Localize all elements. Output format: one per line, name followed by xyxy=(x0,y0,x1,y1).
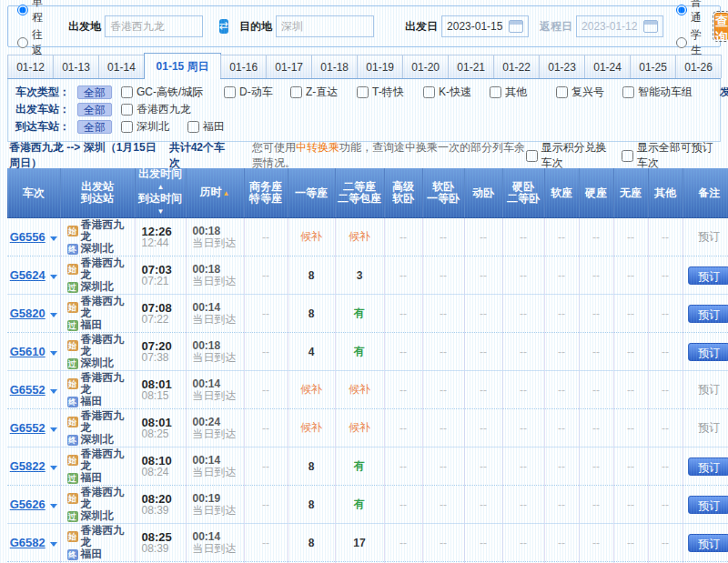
date-tab[interactable]: 01-12 xyxy=(7,55,54,78)
date-tab[interactable]: 01-21 xyxy=(448,55,494,78)
student-passenger-radio-input[interactable] xyxy=(676,37,687,48)
filter-option-train_type[interactable]: D-动车 xyxy=(224,85,280,100)
filter-option-train_type[interactable]: 其他 xyxy=(490,85,546,100)
train-number-link[interactable]: G5822 xyxy=(10,459,46,473)
train-type-all-button[interactable]: 全部 xyxy=(77,85,112,99)
other-seat-cell: -- xyxy=(648,524,682,562)
train-number-link[interactable]: G6556 xyxy=(10,230,46,244)
filter-option-arrive_station[interactable]: 福田 xyxy=(187,119,244,135)
expand-caret-icon[interactable] xyxy=(50,351,57,356)
sort-arrow-icon[interactable]: ▲ xyxy=(223,189,230,197)
date-tab[interactable]: 01-18 xyxy=(311,55,358,78)
expand-caret-icon[interactable] xyxy=(50,275,57,279)
filter-option-arrive_station[interactable]: 深圳北 xyxy=(121,119,177,135)
filter-checkbox[interactable] xyxy=(187,121,199,133)
student-passenger-radio[interactable]: 学生 xyxy=(676,27,702,58)
show-all-bookable-checkbox[interactable] xyxy=(622,150,633,162)
book-button[interactable]: 预订 xyxy=(688,266,728,285)
depart-station: 始香港西九龙 xyxy=(67,296,135,319)
filter-checkbox[interactable] xyxy=(622,86,634,98)
query-button[interactable]: 查询 xyxy=(714,13,728,40)
date-tab[interactable]: 01-15 周日 xyxy=(144,53,221,79)
column-header[interactable]: 历时▲ xyxy=(186,168,244,218)
premium-sleeper-cell: -- xyxy=(384,447,422,486)
date-tab[interactable]: 01-20 xyxy=(402,55,449,78)
filter-checkbox[interactable] xyxy=(556,86,568,98)
date-tab[interactable]: 01-24 xyxy=(584,55,631,78)
train-cell: G5822 xyxy=(7,447,60,486)
train-number-link[interactable]: G6552 xyxy=(10,383,46,397)
normal-passenger-radio-input[interactable] xyxy=(676,5,687,15)
depart-station-name: 香港西九龙 xyxy=(81,448,135,472)
expand-caret-icon[interactable] xyxy=(50,427,57,432)
book-button[interactable]: 预订 xyxy=(688,305,728,323)
filter-option-train_type[interactable]: K-快速 xyxy=(423,85,480,100)
date-tab[interactable]: 01-23 xyxy=(539,55,585,78)
show-points-toggle[interactable]: 显示积分兑换车次 xyxy=(526,140,614,171)
show-all-bookable-toggle[interactable]: 显示全部可预订车次 xyxy=(622,140,719,171)
expand-caret-icon[interactable] xyxy=(50,466,57,470)
date-tab[interactable]: 01-16 xyxy=(220,55,267,78)
sort-arrow-icon[interactable]: ▲ xyxy=(157,183,165,191)
expand-caret-icon[interactable] xyxy=(50,542,57,547)
date-tab[interactable]: 01-19 xyxy=(357,55,403,78)
arrive-station-all-button[interactable]: 全部 xyxy=(77,120,112,134)
show-points-checkbox[interactable] xyxy=(526,150,538,162)
book-button[interactable]: 预订 xyxy=(688,496,728,514)
expand-caret-icon[interactable] xyxy=(50,313,57,317)
filter-checkbox[interactable] xyxy=(423,86,435,98)
train-number-link[interactable]: G5626 xyxy=(10,498,46,511)
arrive-station: 终福田 xyxy=(67,548,135,560)
filter-option-train_type[interactable]: Z-直达 xyxy=(290,85,347,100)
train-number-link[interactable]: G6552 xyxy=(10,421,46,435)
date-tab[interactable]: 01-13 xyxy=(53,55,99,78)
from-input[interactable] xyxy=(105,15,203,37)
depart-station-all-button[interactable]: 全部 xyxy=(77,103,112,116)
train-number-link[interactable]: G5624 xyxy=(10,268,46,282)
to-input[interactable] xyxy=(276,15,374,37)
one-way-radio[interactable]: 单程 xyxy=(17,0,43,25)
business-seat-cell: -- xyxy=(244,524,288,562)
filter-option-depart_station[interactable]: 香港西九龙 xyxy=(121,102,191,117)
column-header[interactable]: 出发时间▲到达时间▼ xyxy=(135,168,186,218)
round-trip-radio[interactable]: 往返 xyxy=(17,27,43,58)
filter-checkbox[interactable] xyxy=(490,86,501,98)
start-station-icon: 始 xyxy=(67,417,78,427)
filter-option-train_type[interactable]: GC-高铁/城际 xyxy=(121,85,214,100)
book-button[interactable]: 预订 xyxy=(688,343,728,361)
expand-caret-icon[interactable] xyxy=(50,389,57,394)
book-button[interactable]: 预订 xyxy=(688,534,728,552)
hard-sleeper-cell: -- xyxy=(502,333,544,371)
train-number-link[interactable]: G5610 xyxy=(10,345,46,358)
filter-option-train_type[interactable]: T-特快 xyxy=(357,85,413,100)
filter-checkbox[interactable] xyxy=(357,86,369,98)
date-tab[interactable]: 01-14 xyxy=(98,55,145,78)
filter-checkbox[interactable] xyxy=(121,86,133,98)
train-number-link[interactable]: G5820 xyxy=(10,307,46,320)
sort-arrow-icon[interactable]: ▼ xyxy=(157,207,165,216)
expand-caret-icon[interactable] xyxy=(50,504,57,508)
filter-checkbox[interactable] xyxy=(121,104,133,116)
depart-station-name: 香港西九龙 xyxy=(81,525,135,548)
train-number-link[interactable]: G6582 xyxy=(10,536,46,549)
filter-option-train_type[interactable]: 智能动车组 xyxy=(622,85,710,100)
date-tab[interactable]: 01-17 xyxy=(266,55,312,78)
calendar-icon[interactable] xyxy=(509,20,523,33)
filter-checkbox[interactable] xyxy=(224,86,236,98)
date-tab[interactable]: 01-26 xyxy=(675,55,722,78)
normal-passenger-radio[interactable]: 普通 xyxy=(676,0,702,25)
one-way-radio-input[interactable] xyxy=(17,5,28,15)
expand-caret-icon[interactable] xyxy=(50,236,57,241)
round-trip-radio-input[interactable] xyxy=(17,37,28,48)
book-button[interactable]: 预订 xyxy=(688,457,728,476)
filter-option-train_type[interactable]: 复兴号 xyxy=(556,85,612,100)
date-tab[interactable]: 01-25 xyxy=(630,55,676,78)
date-tab[interactable]: 01-22 xyxy=(493,55,540,78)
no-seat-cell: -- xyxy=(613,524,648,562)
transfer-link[interactable]: 中转换乘 xyxy=(296,141,339,154)
arrive-time: 07:22 xyxy=(142,314,186,326)
filter-checkbox[interactable] xyxy=(290,86,302,98)
column-header-line: 二等包座 xyxy=(336,193,384,205)
filter-checkbox[interactable] xyxy=(121,121,133,133)
swap-stations-icon[interactable] xyxy=(219,19,228,34)
